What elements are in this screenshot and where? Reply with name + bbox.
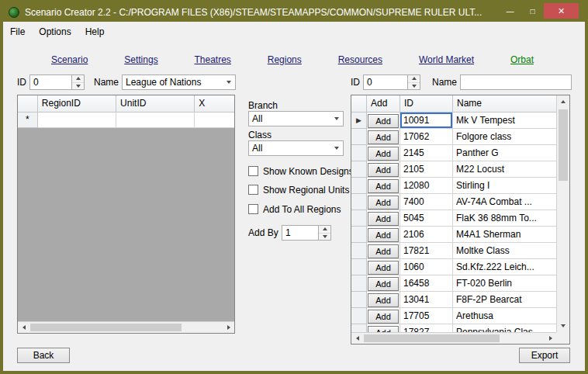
unit-row[interactable]: Add 17062 Folgore class xyxy=(351,129,558,145)
unit-id-cell[interactable]: 2105 xyxy=(400,161,453,178)
unit-name-cell[interactable]: Arethusa xyxy=(453,308,558,324)
spin-up-icon[interactable] xyxy=(72,75,84,82)
right-grid-vertical-scrollbar[interactable] xyxy=(556,95,569,332)
checkbox-show-regional-units[interactable]: Show Regional Units xyxy=(248,184,349,196)
nav-link-resources[interactable]: Resources xyxy=(338,54,382,65)
region-name-combo[interactable]: League of Nations xyxy=(122,74,236,90)
maximize-button[interactable]: □ xyxy=(521,3,544,19)
branch-combo[interactable]: All xyxy=(248,111,344,126)
unit-row[interactable]: Add 17827 Pennsylvania Clas... xyxy=(351,324,558,332)
unit-name-cell[interactable]: Panther G xyxy=(453,145,558,161)
scrollbar-thumb[interactable] xyxy=(364,334,500,342)
scroll-down-icon[interactable] xyxy=(557,320,569,332)
column-header-add[interactable]: Add xyxy=(367,95,400,113)
class-combo[interactable]: All xyxy=(248,140,344,156)
add-unit-button[interactable]: Add xyxy=(368,261,399,275)
spin-down-icon[interactable] xyxy=(72,82,84,90)
export-button[interactable]: Export xyxy=(519,348,570,363)
scroll-up-icon[interactable] xyxy=(557,95,569,108)
checkbox-show-known-designs[interactable]: Show Known Designs xyxy=(248,165,354,177)
add-by-spinner[interactable]: 1 xyxy=(282,225,331,241)
add-unit-button[interactable]: Add xyxy=(368,293,399,307)
checkbox-icon[interactable] xyxy=(248,204,258,214)
scroll-right-icon[interactable] xyxy=(223,322,234,333)
column-header-x[interactable]: X xyxy=(195,95,234,113)
unit-name-cell[interactable]: Folgore class xyxy=(453,129,558,145)
unit-id-cell[interactable]: 12080 xyxy=(400,178,453,194)
unit-id-cell[interactable]: 7400 xyxy=(400,194,453,210)
unit-row[interactable]: ▶ Add 10091 Mk V Tempest xyxy=(351,113,558,129)
nav-link-regions[interactable]: Regions xyxy=(268,54,302,65)
add-unit-button[interactable]: Add xyxy=(368,310,399,324)
add-unit-button[interactable]: Add xyxy=(368,212,399,226)
right-id-spinner[interactable]: 0 xyxy=(363,74,420,90)
add-unit-button[interactable]: Add xyxy=(368,244,399,258)
column-header-name[interactable]: Name xyxy=(453,95,558,113)
scroll-left-icon[interactable] xyxy=(18,322,29,333)
add-unit-button[interactable]: Add xyxy=(368,147,399,161)
unit-name-cell[interactable]: Sd.Kfz.222 Leich... xyxy=(453,259,558,275)
unit-name-cell[interactable]: M4A1 Sherman xyxy=(453,227,558,243)
add-unit-button[interactable]: Add xyxy=(368,196,399,210)
unit-row[interactable]: Add 16458 FT-020 Berlin xyxy=(351,275,558,292)
spin-down-icon[interactable] xyxy=(408,82,420,90)
unit-row[interactable]: Add 5045 FlaK 36 88mm To... xyxy=(351,210,558,227)
column-header-regionid[interactable]: RegionID xyxy=(38,95,116,113)
unit-id-cell[interactable]: 16458 xyxy=(400,275,453,292)
minimize-button[interactable]: — xyxy=(499,3,521,19)
titlebar[interactable]: Scenario Creator 2.2 - C:/PROGRAM FILES … xyxy=(3,3,585,22)
unit-row[interactable]: Add 7400 AV-74A Combat ... xyxy=(351,194,558,210)
unit-id-cell[interactable]: 17821 xyxy=(400,243,453,259)
empty-cell[interactable] xyxy=(195,113,234,128)
spin-up-icon[interactable] xyxy=(319,226,330,233)
empty-cell[interactable] xyxy=(116,113,195,128)
add-unit-button[interactable]: Add xyxy=(368,326,399,332)
scroll-left-icon[interactable] xyxy=(351,333,363,344)
unit-name-cell[interactable]: Mk V Tempest xyxy=(453,113,558,129)
menu-item-file[interactable]: File xyxy=(3,23,32,40)
add-unit-button[interactable]: Add xyxy=(368,228,399,242)
unit-name-cell[interactable]: FT-020 Berlin xyxy=(453,275,558,292)
nav-link-orbat[interactable]: Orbat xyxy=(510,54,534,65)
left-id-spinner[interactable]: 0 xyxy=(29,74,85,90)
unit-name-cell[interactable]: Pennsylvania Clas... xyxy=(453,324,558,332)
unit-name-cell[interactable]: Moltke Class xyxy=(453,243,558,259)
back-button[interactable]: Back xyxy=(17,348,70,363)
left-grid-horizontal-scrollbar[interactable] xyxy=(18,321,234,333)
add-unit-button[interactable]: Add xyxy=(368,277,399,291)
unit-row[interactable]: Add 17821 Moltke Class xyxy=(351,243,558,259)
menu-item-help[interactable]: Help xyxy=(78,23,112,40)
column-header-id[interactable]: ID xyxy=(400,95,453,113)
unit-id-cell[interactable]: 5045 xyxy=(400,210,453,227)
unit-name-search-input[interactable] xyxy=(460,74,572,90)
add-unit-button[interactable]: Add xyxy=(368,163,399,177)
scrollbar-thumb[interactable] xyxy=(30,324,182,331)
menu-item-options[interactable]: Options xyxy=(32,23,78,40)
unit-name-cell[interactable]: F8F-2P Bearcat xyxy=(453,292,558,308)
nav-link-theatres[interactable]: Theatres xyxy=(195,54,231,65)
scroll-right-icon[interactable] xyxy=(545,333,556,344)
nav-link-settings[interactable]: Settings xyxy=(124,54,157,65)
column-header-unitid[interactable]: UnitID xyxy=(116,95,195,113)
unit-id-cell[interactable]: 17827 xyxy=(400,324,453,332)
unit-id-cell[interactable]: 2145 xyxy=(400,145,453,161)
spin-down-icon[interactable] xyxy=(319,233,330,241)
nav-link-scenario[interactable]: Scenario xyxy=(51,54,88,65)
unit-row[interactable]: Add 12080 Stirling I xyxy=(351,178,558,194)
add-unit-button[interactable]: Add xyxy=(368,114,399,128)
unit-id-cell[interactable]: 2106 xyxy=(400,227,453,243)
unit-name-cell[interactable]: M22 Locust xyxy=(453,161,558,178)
new-row[interactable]: * xyxy=(18,113,234,128)
right-grid-horizontal-scrollbar[interactable] xyxy=(351,332,556,344)
unit-id-cell[interactable]: 1060 xyxy=(400,259,453,275)
unit-id-cell[interactable]: 17705 xyxy=(400,308,453,324)
close-button[interactable]: ✕ xyxy=(544,3,579,19)
unit-row[interactable]: Add 2145 Panther G xyxy=(351,145,558,161)
unit-row[interactable]: Add 1060 Sd.Kfz.222 Leich... xyxy=(351,259,558,275)
unit-name-cell[interactable]: Stirling I xyxy=(453,178,558,194)
scrollbar-thumb[interactable] xyxy=(559,109,568,181)
unit-name-cell[interactable]: AV-74A Combat ... xyxy=(453,194,558,210)
nav-link-world-market[interactable]: World Market xyxy=(419,54,474,65)
unit-row[interactable]: Add 13041 F8F-2P Bearcat xyxy=(351,292,558,308)
unit-id-cell[interactable]: 13041 xyxy=(400,292,453,308)
